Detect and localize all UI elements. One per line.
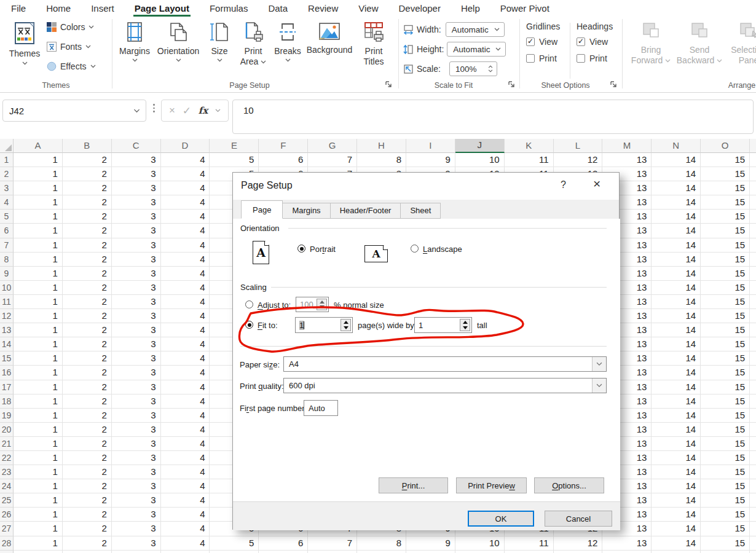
cell-D21[interactable]: 4 xyxy=(161,437,210,451)
headings-print-checkbox[interactable]: Print xyxy=(577,53,613,63)
cell-N12[interactable]: 14 xyxy=(652,309,701,323)
cell-N24[interactable]: 14 xyxy=(652,479,701,493)
cell-B5[interactable]: 2 xyxy=(63,210,112,224)
cell-A4[interactable]: 1 xyxy=(14,195,63,210)
cell-C27[interactable]: 3 xyxy=(112,522,161,536)
column-header-K[interactable]: K xyxy=(505,139,554,153)
row-header-20[interactable]: 20 xyxy=(0,423,14,437)
height-dropdown[interactable]: Automatic xyxy=(447,42,506,57)
cell-N10[interactable]: 14 xyxy=(652,281,701,295)
cell-B25[interactable]: 2 xyxy=(63,493,112,508)
cell-B21[interactable]: 2 xyxy=(63,437,112,451)
adjust-to-label[interactable]: Adjust to: xyxy=(258,300,291,310)
cell-O8[interactable]: 15 xyxy=(701,253,750,267)
scale-spinner[interactable]: 100% xyxy=(449,61,497,76)
cell-B7[interactable]: 2 xyxy=(63,238,112,253)
row-header-18[interactable]: 18 xyxy=(0,394,14,409)
cell-N13[interactable]: 14 xyxy=(652,323,701,337)
row-header-16[interactable]: 16 xyxy=(0,366,14,380)
tab-page[interactable]: Page xyxy=(241,200,283,219)
cell-B13[interactable]: 2 xyxy=(63,323,112,337)
formula-bar-grip-icon[interactable] xyxy=(153,104,155,112)
cell-A7[interactable]: 1 xyxy=(14,238,63,253)
cell-O1[interactable]: 15 xyxy=(701,153,750,167)
row-header-2[interactable]: 2 xyxy=(0,167,14,181)
cell-B12[interactable]: 2 xyxy=(63,309,112,323)
cell-D17[interactable]: 4 xyxy=(161,380,210,394)
cell-C18[interactable]: 3 xyxy=(112,394,161,409)
row-header-27[interactable]: 27 xyxy=(0,522,14,536)
cell-D13[interactable]: 4 xyxy=(161,323,210,337)
cell-D9[interactable]: 4 xyxy=(161,267,210,281)
cell-N14[interactable]: 14 xyxy=(652,337,701,351)
select-all-corner[interactable] xyxy=(0,139,14,153)
cell-B16[interactable]: 2 xyxy=(63,366,112,380)
cell-O20[interactable]: 15 xyxy=(701,423,750,437)
cell-O15[interactable]: 15 xyxy=(701,351,750,366)
cell-C9[interactable]: 3 xyxy=(112,267,161,281)
row-header-28[interactable]: 28 xyxy=(0,536,14,551)
cell-D5[interactable]: 4 xyxy=(161,210,210,224)
margins-button[interactable]: Margins xyxy=(117,20,152,87)
cell-O5[interactable]: 15 xyxy=(701,210,750,224)
cell-B19[interactable]: 2 xyxy=(63,409,112,423)
cell-A24[interactable]: 1 xyxy=(14,479,63,493)
row-header-7[interactable]: 7 xyxy=(0,238,14,253)
cell-A22[interactable]: 1 xyxy=(14,451,63,465)
cell-C6[interactable]: 3 xyxy=(112,224,161,238)
cell-A15[interactable]: 1 xyxy=(14,351,63,366)
cell-N15[interactable]: 14 xyxy=(652,351,701,366)
cell-D1[interactable]: 4 xyxy=(161,153,210,167)
background-button[interactable]: Background xyxy=(304,20,355,87)
row-header-5[interactable]: 5 xyxy=(0,210,14,224)
cell-K1[interactable]: 11 xyxy=(505,153,554,167)
cell-B23[interactable]: 2 xyxy=(63,465,112,479)
cell-N9[interactable]: 14 xyxy=(652,267,701,281)
cell-B8[interactable]: 2 xyxy=(63,253,112,267)
cell-C16[interactable]: 3 xyxy=(112,366,161,380)
cell-N6[interactable]: 14 xyxy=(652,224,701,238)
cell-B28[interactable]: 2 xyxy=(63,536,112,551)
row-header-29[interactable]: 29 xyxy=(0,551,14,553)
adjust-to-spinner[interactable]: 100 xyxy=(296,297,329,312)
cell-C11[interactable]: 3 xyxy=(112,295,161,309)
chevron-down-icon[interactable] xyxy=(133,109,146,113)
print-area-button[interactable]: Print Area xyxy=(235,20,272,87)
paper-size-dropdown[interactable]: A4 xyxy=(283,356,607,372)
cell-K29[interactable]: 11 xyxy=(505,551,554,553)
menu-power-pivot[interactable]: Power Pivot xyxy=(500,3,549,14)
cancel-button[interactable]: Cancel xyxy=(545,511,612,527)
cell-O4[interactable]: 15 xyxy=(701,195,750,210)
cell-A21[interactable]: 1 xyxy=(14,437,63,451)
cell-C23[interactable]: 3 xyxy=(112,465,161,479)
cell-D15[interactable]: 4 xyxy=(161,351,210,366)
cell-B11[interactable]: 2 xyxy=(63,295,112,309)
chevron-down-icon[interactable] xyxy=(592,378,606,393)
cell-O13[interactable]: 15 xyxy=(701,323,750,337)
print-titles-button[interactable]: Print Titles xyxy=(356,20,391,87)
cell-H1[interactable]: 8 xyxy=(357,153,406,167)
menu-home[interactable]: Home xyxy=(46,3,71,14)
menu-data[interactable]: Data xyxy=(268,3,288,14)
cell-G28[interactable]: 7 xyxy=(308,536,357,551)
cell-O16[interactable]: 15 xyxy=(701,366,750,380)
cell-N25[interactable]: 14 xyxy=(652,493,701,508)
cell-A18[interactable]: 1 xyxy=(14,394,63,409)
print-quality-dropdown[interactable]: 600 dpi xyxy=(283,378,607,393)
cell-C10[interactable]: 3 xyxy=(112,281,161,295)
dialog-titlebar[interactable]: Page Setup ? × xyxy=(233,173,619,200)
cell-A25[interactable]: 1 xyxy=(14,493,63,508)
cell-A2[interactable]: 1 xyxy=(14,167,63,181)
colors-button[interactable]: Colors xyxy=(47,22,94,32)
width-dropdown[interactable]: Automatic xyxy=(446,22,505,37)
cell-C21[interactable]: 3 xyxy=(112,437,161,451)
cell-N21[interactable]: 14 xyxy=(652,437,701,451)
column-header-E[interactable]: E xyxy=(210,139,259,153)
cell-J29[interactable]: 10 xyxy=(455,551,505,553)
cell-O17[interactable]: 15 xyxy=(701,380,750,394)
menu-developer[interactable]: Developer xyxy=(399,3,441,14)
cell-O21[interactable]: 15 xyxy=(701,437,750,451)
formula-input[interactable]: 10 xyxy=(232,100,754,134)
cell-A28[interactable]: 1 xyxy=(14,536,63,551)
cell-A12[interactable]: 1 xyxy=(14,309,63,323)
